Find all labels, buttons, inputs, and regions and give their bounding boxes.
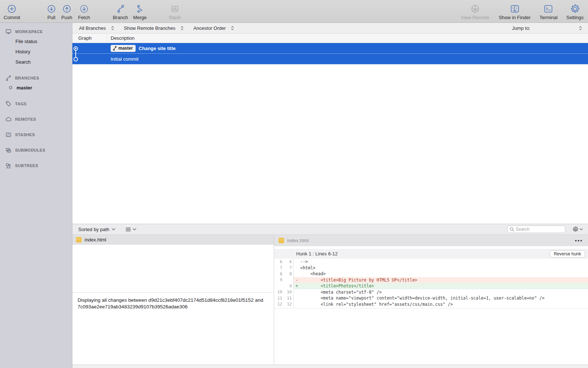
diff-code-text: --> xyxy=(300,259,308,264)
commit-row[interactable]: masterChange site title xyxy=(72,43,588,54)
sidebar-section-tags[interactable]: TAGS xyxy=(0,99,72,108)
diff-line-content: <meta name="viewport" content="width=dev… xyxy=(294,295,588,301)
commit-graph-cell xyxy=(72,54,107,64)
branch-ref-label: master xyxy=(118,46,133,51)
sidebar-item-label: File status xyxy=(15,39,37,44)
toolbar-item-label: Fetch xyxy=(78,15,90,20)
branch-ref-badge: master xyxy=(111,45,136,52)
file-list-item[interactable]: ··· index.html xyxy=(72,235,274,245)
diff-code-text: <title>Big Picture by HTML5 UP</title> xyxy=(300,277,417,283)
sidebar-item-label: master xyxy=(17,85,32,91)
sidebar-section-branches[interactable]: BRANCHES xyxy=(0,74,72,82)
old-line-number: 9 xyxy=(274,277,284,282)
branch-filter-label: All Branches xyxy=(79,25,106,31)
search-input[interactable] xyxy=(516,227,563,232)
modified-file-icon: ··· xyxy=(279,238,284,243)
diff-line-content: --> xyxy=(294,259,588,265)
terminal-button[interactable]: Terminal xyxy=(539,3,557,20)
search-icon xyxy=(510,227,514,231)
toolbar-item-label: Push xyxy=(61,15,72,20)
diff-file-header: ··· index.html ••• xyxy=(274,235,588,246)
diff-line-ctx: 1010 <meta charset="utf-8" /> xyxy=(274,289,588,296)
toolbar-item-label: Terminal xyxy=(539,15,557,20)
sidebar-section-label: STASHES xyxy=(15,132,35,137)
toolbar-item-label: Stash xyxy=(169,15,181,20)
diff-settings-dropdown[interactable] xyxy=(573,226,583,232)
new-line-number: 7 xyxy=(284,265,293,270)
sidebar-section-workspace[interactable]: WORKSPACE xyxy=(0,27,72,36)
chevron-down-icon xyxy=(133,228,136,230)
diff-file-name: index.html xyxy=(287,238,572,243)
sort-order-dropdown[interactable]: Ancestor Order xyxy=(193,25,234,31)
sidebar-section-stashes[interactable]: STASHES xyxy=(0,130,72,139)
reverse-hunk-button[interactable]: Reverse hunk xyxy=(550,250,585,258)
old-line-number: 11 xyxy=(274,296,284,301)
old-line-number: 10 xyxy=(274,290,284,294)
finder-icon xyxy=(510,3,520,14)
file-list-empty-area xyxy=(72,245,274,293)
branch-button[interactable]: Branch xyxy=(113,3,128,20)
merge-button[interactable]: Merge xyxy=(133,3,147,20)
diff-change-marker: - xyxy=(294,277,300,283)
diff-change-marker: + xyxy=(294,283,300,289)
cloud-icon xyxy=(5,116,12,123)
commit-row[interactable]: Initial commit xyxy=(72,54,588,64)
jump-to-dropdown[interactable]: Jump to: xyxy=(512,25,582,31)
settings-button[interactable]: Settings xyxy=(566,3,584,20)
diff-line-content: <head> xyxy=(294,271,588,277)
commit-list: masterChange site titleInitial commit xyxy=(72,43,588,64)
old-line-number: 8 xyxy=(274,272,284,276)
sidebar-section-label: REMOTES xyxy=(15,117,36,121)
old-line-number: 12 xyxy=(274,302,284,307)
hunk-header: Hunk 1 : Lines 6-12 Reverse hunk xyxy=(274,249,588,259)
updown-stepper-icon xyxy=(180,26,184,31)
diff-line-content: <link rel="stylesheet" href="assets/css/… xyxy=(294,301,588,308)
push-icon xyxy=(62,3,72,14)
commit-description-cell: Initial commit xyxy=(107,56,139,62)
file-name: index.html xyxy=(85,237,106,243)
diff-line-content: <html> xyxy=(294,265,588,271)
file-search-box[interactable] xyxy=(507,226,565,233)
diff-line-content: <meta charset="utf-8" /> xyxy=(294,289,588,296)
column-header-description[interactable]: Description xyxy=(107,35,135,41)
changed-files-panel: ··· index.html Displaying all changes be… xyxy=(72,235,274,364)
push-button[interactable]: Push xyxy=(61,3,72,20)
sidebar-section-label: SUBTREES xyxy=(15,163,38,168)
fetch-button[interactable]: Fetch xyxy=(78,3,90,20)
diff-code-text: <head> xyxy=(300,271,326,276)
new-line-number: 10 xyxy=(284,290,293,294)
sidebar-item-file-status[interactable]: File status xyxy=(0,36,72,46)
toolbar-item-label: View Remote xyxy=(461,15,489,20)
sidebar-section-label: SUBMODULES xyxy=(15,148,45,152)
diff-line-ctx: 1111 <meta name="viewport" content="widt… xyxy=(274,295,588,301)
sort-files-dropdown[interactable]: Sorted by path xyxy=(78,227,115,232)
sidebar-item-search[interactable]: Search xyxy=(0,57,72,67)
diff-line-content: - <title>Big Picture by HTML5 UP</title> xyxy=(294,277,588,283)
new-line-number: 6 xyxy=(284,259,293,264)
sidebar-section-subtrees[interactable]: SUBTREES xyxy=(0,161,72,170)
sidebar: WORKSPACEFile statusHistorySearchBRANCHE… xyxy=(0,23,72,368)
commit-message: Initial commit xyxy=(111,56,139,62)
sidebar-section-remotes[interactable]: REMOTES xyxy=(0,115,72,124)
updown-stepper-icon xyxy=(579,26,582,31)
show-in-finder-button[interactable]: Show in Finder xyxy=(499,3,531,20)
sidebar-section-label: BRANCHES xyxy=(15,76,39,80)
column-header-graph[interactable]: Graph xyxy=(72,33,107,43)
commit-button[interactable]: Commit xyxy=(4,3,20,20)
diff-code-text: <title>Photos</title> xyxy=(300,283,374,289)
view-mode-dropdown[interactable] xyxy=(126,227,136,231)
pull-button[interactable]: Pull xyxy=(47,3,56,20)
sidebar-item-master[interactable]: master xyxy=(0,82,72,93)
pull-icon xyxy=(47,3,56,14)
sidebar-section-label: WORKSPACE xyxy=(15,29,43,34)
remote-branches-dropdown[interactable]: Show Remote Branches xyxy=(124,25,184,31)
jump-to-label: Jump to: xyxy=(512,25,530,31)
branch-filter-dropdown[interactable]: All Branches xyxy=(79,25,114,31)
diff-code-text: <meta name="viewport" content="width=dev… xyxy=(300,296,545,301)
diff-lines: 66-->77<html>88 <head>9- <title>Big Pict… xyxy=(274,259,588,307)
sidebar-item-history[interactable]: History xyxy=(0,46,72,57)
diff-line-ctx: 1212 <link rel="stylesheet" href="assets… xyxy=(274,301,588,308)
folders-icon xyxy=(5,147,12,153)
diff-line-content: + <title>Photos</title> xyxy=(294,283,588,289)
sidebar-section-submodules[interactable]: SUBMODULES xyxy=(0,146,72,155)
